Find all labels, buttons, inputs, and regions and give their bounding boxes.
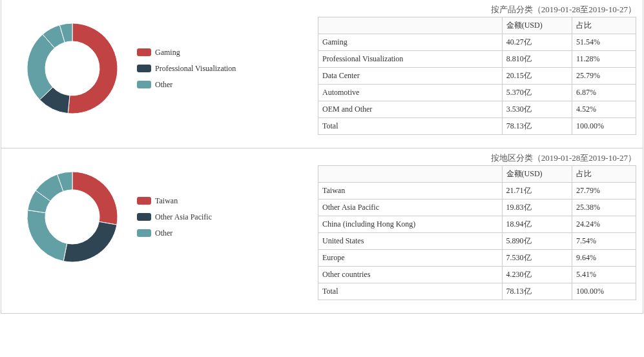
- donut-slice: [27, 210, 67, 261]
- legend-swatch: [137, 65, 151, 72]
- panel-title: 按产品分类（2019-01-28至2019-10-27）: [1, 0, 643, 17]
- table-row: Automotive5.370亿6.87%: [318, 85, 636, 101]
- table-row: Gaming40.27亿51.54%: [318, 34, 636, 51]
- legend-item: Professional Visualization: [137, 64, 236, 74]
- donut-chart-region: [21, 165, 124, 269]
- table-header-row: 金额(USD)占比: [318, 17, 636, 34]
- panel-body: GamingProfessional VisualizationOther 金额…: [1, 17, 643, 148]
- table-cell: OEM and Other: [318, 101, 503, 118]
- table-cell: 7.530亿: [502, 250, 572, 267]
- legend-label: Gaming: [155, 48, 180, 57]
- table-cell: 19.83亿: [502, 199, 572, 216]
- table-cell: Total: [318, 283, 503, 300]
- legend-label: Taiwan: [155, 196, 178, 206]
- table-cell: Total: [318, 118, 503, 135]
- legend-item: Gaming: [137, 48, 236, 57]
- chart-area: TaiwanOther Asia PacificOther: [21, 165, 318, 269]
- table-row: China (including Hong Kong)18.94亿24.24%: [318, 216, 636, 233]
- legend-label: Other: [155, 229, 172, 238]
- legend-swatch: [137, 81, 151, 88]
- table-cell: 40.27亿: [502, 34, 572, 51]
- product-panel: 按产品分类（2019-01-28至2019-10-27） GamingProfe…: [1, 0, 643, 148]
- table-cell: 24.24%: [572, 216, 636, 233]
- table-row: Other countries4.230亿5.41%: [318, 267, 636, 283]
- legend-item: Other: [137, 229, 212, 238]
- legend-item: Other Asia Pacific: [137, 212, 212, 222]
- table-cell: 5.370亿: [502, 85, 572, 101]
- table-cell: 5.890亿: [502, 233, 572, 250]
- table-cell: Other Asia Pacific: [318, 199, 503, 216]
- table-header-cell: 占比: [572, 17, 636, 34]
- legend-swatch: [137, 197, 151, 205]
- table-cell: 11.28%: [572, 51, 636, 68]
- table-row: Total78.13亿100.00%: [318, 118, 636, 135]
- table-cell: Taiwan: [318, 183, 503, 199]
- legend-label: Professional Visualization: [155, 64, 236, 74]
- table-row: OEM and Other3.530亿4.52%: [318, 101, 636, 118]
- table-row: Taiwan21.71亿27.79%: [318, 183, 636, 199]
- table-cell: China (including Hong Kong): [318, 216, 503, 233]
- table-cell: Europe: [318, 250, 503, 267]
- chart-legend: TaiwanOther Asia PacificOther: [137, 196, 212, 238]
- table-cell: 25.79%: [572, 68, 636, 85]
- table-row: Professional Visualization8.810亿11.28%: [318, 51, 636, 68]
- panel-title: 按地区分类（2019-01-28至2019-10-27）: [1, 148, 643, 165]
- legend-label: Other: [155, 80, 172, 90]
- table-cell: Other countries: [318, 267, 503, 283]
- table-row: Data Center20.15亿25.79%: [318, 68, 636, 85]
- donut-slice: [63, 221, 117, 262]
- table-cell: 4.52%: [572, 101, 636, 118]
- table-cell: 78.13亿: [502, 118, 572, 135]
- table-cell: 100.00%: [572, 283, 636, 300]
- table-cell: Gaming: [318, 34, 503, 51]
- region-panel: 按地区分类（2019-01-28至2019-10-27） TaiwanOther…: [1, 148, 643, 314]
- table-header-cell: [318, 166, 503, 183]
- table-row: United States5.890亿7.54%: [318, 233, 636, 250]
- table-cell: United States: [318, 233, 503, 250]
- table-cell: 27.79%: [572, 183, 636, 199]
- table-cell: 21.71亿: [502, 183, 572, 199]
- donut-chart-product: [21, 17, 124, 120]
- table-cell: 51.54%: [572, 34, 636, 51]
- table-header-cell: 占比: [572, 166, 636, 183]
- region-table: 金额(USD)占比Taiwan21.71亿27.79%Other Asia Pa…: [318, 165, 636, 300]
- donut-slice: [68, 23, 118, 114]
- table-cell: 7.54%: [572, 233, 636, 250]
- legend-label: Other Asia Pacific: [155, 212, 212, 222]
- chart-area: GamingProfessional VisualizationOther: [21, 17, 318, 120]
- table-header-cell: 金额(USD): [502, 166, 572, 183]
- table-header-cell: 金额(USD): [502, 17, 572, 34]
- legend-item: Taiwan: [137, 196, 212, 206]
- table-cell: 100.00%: [572, 118, 636, 135]
- table-cell: 25.38%: [572, 199, 636, 216]
- table-cell: Professional Visualization: [318, 51, 503, 68]
- table-row: Other Asia Pacific19.83亿25.38%: [318, 199, 636, 216]
- table-cell: 4.230亿: [502, 267, 572, 283]
- table-header-cell: [318, 17, 503, 34]
- legend-swatch: [137, 213, 151, 221]
- table-cell: 18.94亿: [502, 216, 572, 233]
- table-header-row: 金额(USD)占比: [318, 166, 636, 183]
- table-row: Europe7.530亿9.64%: [318, 250, 636, 267]
- chart-legend: GamingProfessional VisualizationOther: [137, 48, 236, 90]
- donut-slice: [72, 172, 118, 225]
- legend-swatch: [137, 229, 151, 237]
- panel-body: TaiwanOther Asia PacificOther 金额(USD)占比T…: [1, 165, 643, 313]
- legend-swatch: [137, 48, 151, 56]
- table-cell: Automotive: [318, 85, 503, 101]
- table-cell: 20.15亿: [502, 68, 572, 85]
- table-cell: Data Center: [318, 68, 503, 85]
- product-table: 金额(USD)占比Gaming40.27亿51.54%Professional …: [318, 17, 636, 135]
- legend-item: Other: [137, 80, 236, 90]
- table-cell: 78.13亿: [502, 283, 572, 300]
- table-cell: 6.87%: [572, 85, 636, 101]
- table-cell: 3.530亿: [502, 101, 572, 118]
- table-cell: 8.810亿: [502, 51, 572, 68]
- table-cell: 9.64%: [572, 250, 636, 267]
- table-row: Total78.13亿100.00%: [318, 283, 636, 300]
- table-cell: 5.41%: [572, 267, 636, 283]
